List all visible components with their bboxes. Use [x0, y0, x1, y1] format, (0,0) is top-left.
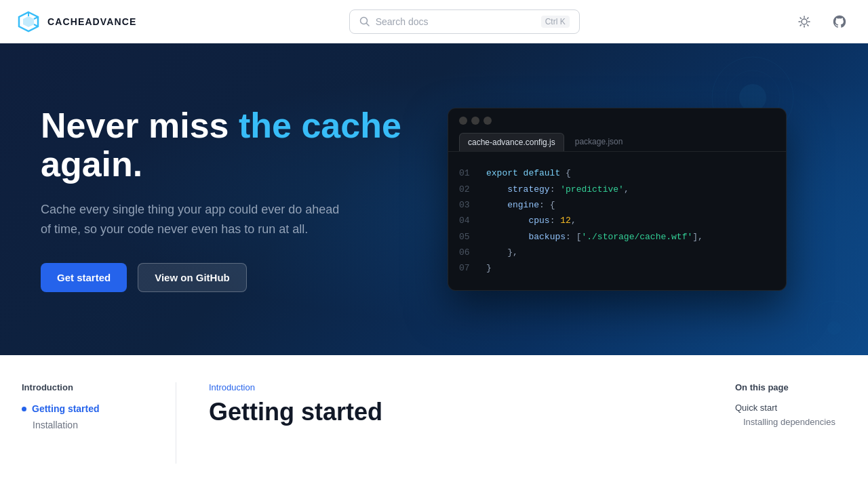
code-line-7: 07 }: [459, 260, 775, 276]
code-body: 01 export default { 02 strategy: 'predic…: [448, 152, 786, 290]
navbar-icons: [792, 9, 852, 34]
svg-line-12: [800, 18, 801, 18]
traffic-dot-red: [459, 117, 467, 125]
code-window: cache-advance.config.js package.json 01 …: [448, 108, 787, 291]
sidebar-label-installation: Installation: [33, 420, 78, 430]
hero-section: Never miss the cache again. Cache every …: [0, 43, 868, 355]
svg-point-24: [827, 321, 841, 335]
sidebar-item-getting-started[interactable]: Getting started: [22, 401, 154, 417]
svg-line-15: [800, 24, 801, 25]
logo-icon: [16, 9, 41, 34]
svg-marker-1: [23, 16, 34, 27]
hero-title-part2: again.: [41, 144, 142, 184]
code-tabs: cache-advance.config.js package.json: [448, 133, 786, 152]
breadcrumb: Introduction: [209, 382, 686, 392]
github-icon: [832, 14, 847, 29]
search-icon: [359, 16, 370, 27]
hero-content: Never miss the cache again. Cache every …: [41, 106, 407, 293]
code-line-3: 03 engine: {: [459, 197, 775, 213]
navbar: CACHEADVANCE Search docs Ctrl K: [0, 0, 868, 43]
code-line-2: 02 strategy: 'predictive',: [459, 182, 775, 197]
svg-line-13: [807, 24, 808, 25]
view-on-github-button[interactable]: View on GitHub: [138, 263, 247, 292]
sidebar-item-installation[interactable]: Installation: [22, 417, 154, 433]
traffic-dot-green: [484, 117, 492, 125]
github-link-button[interactable]: [827, 9, 852, 34]
traffic-dot-yellow: [471, 117, 479, 125]
search-placeholder-text: Search docs: [376, 16, 536, 27]
code-line-1: 01 export default {: [459, 165, 775, 181]
toc-item-quick-start[interactable]: Quick start: [735, 401, 852, 415]
sidebar: Introduction Getting started Installatio…: [0, 382, 176, 464]
main-content: Introduction Getting started: [176, 382, 719, 464]
logo-link[interactable]: CACHEADVANCE: [16, 9, 136, 34]
sun-icon: [797, 15, 811, 28]
sidebar-section-title: Introduction: [22, 382, 154, 392]
hero-title-highlight: the cache: [239, 106, 401, 145]
sidebar-label-getting-started: Getting started: [32, 403, 100, 414]
svg-line-14: [807, 18, 808, 18]
code-line-6: 06 },: [459, 245, 775, 260]
code-line-5: 05 backups: ['./storage/cache.wtf'],: [459, 229, 775, 245]
hero-subtitle: Cache every single thing your app could …: [41, 200, 353, 239]
toc-item-installing-deps[interactable]: Installing dependencies: [735, 415, 852, 429]
theme-toggle-button[interactable]: [792, 9, 816, 34]
code-line-4: 04 cpus: 12,: [459, 213, 775, 228]
logo-text: CACHEADVANCE: [47, 16, 136, 27]
svg-point-7: [802, 19, 807, 24]
right-toc: On this page Quick start Installing depe…: [719, 382, 868, 464]
code-titlebar: [448, 108, 786, 133]
get-started-button[interactable]: Get started: [41, 263, 127, 292]
bottom-section: Introduction Getting started Installatio…: [0, 355, 868, 464]
svg-point-18: [739, 84, 766, 111]
code-tab-package[interactable]: package.json: [567, 133, 631, 151]
page-title: Getting started: [209, 398, 686, 426]
hero-buttons: Get started View on GitHub: [41, 263, 407, 292]
search-bar[interactable]: Search docs Ctrl K: [349, 9, 580, 34]
sidebar-active-dot: [22, 407, 26, 411]
hero-title: Never miss the cache again.: [41, 106, 407, 184]
search-shortcut-badge: Ctrl K: [541, 16, 570, 28]
toc-title: On this page: [735, 382, 852, 392]
code-window-wrap: cache-advance.config.js package.json 01 …: [407, 108, 827, 291]
svg-line-6: [366, 23, 369, 26]
code-tab-config[interactable]: cache-advance.config.js: [459, 133, 564, 151]
